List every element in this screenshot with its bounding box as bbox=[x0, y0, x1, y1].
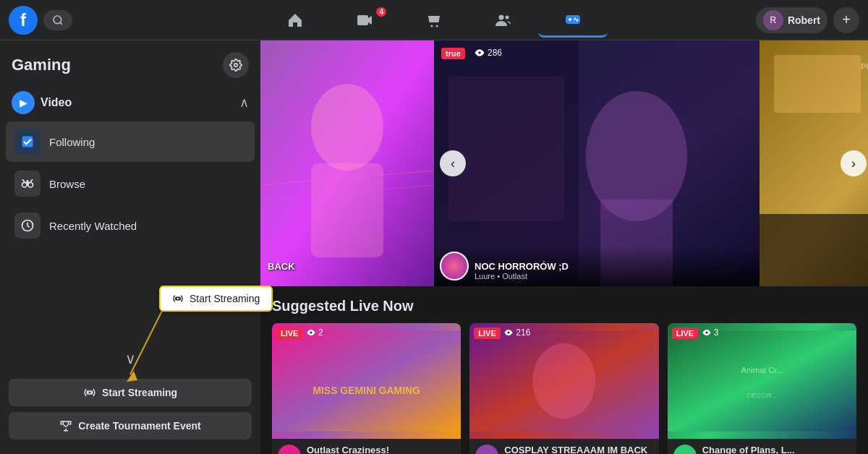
hero-thumb-left bbox=[260, 40, 434, 286]
gear-icon bbox=[229, 59, 242, 72]
create-tournament-button[interactable]: Create Tournament Event bbox=[9, 412, 252, 440]
svg-point-40 bbox=[532, 343, 595, 419]
nav-right: R Robert + bbox=[715, 7, 859, 33]
sidebar-item-following[interactable]: Following bbox=[6, 121, 255, 162]
plus-button[interactable]: + bbox=[833, 7, 859, 33]
clock-icon bbox=[20, 218, 35, 233]
sidebar-item-recently-watched[interactable]: Recently Watched bbox=[6, 205, 255, 246]
facebook-logo[interactable]: f bbox=[9, 6, 38, 35]
avatar: R bbox=[763, 10, 783, 30]
cards-row: MISS GEMINI GAMING LIVE 2 bbox=[272, 323, 856, 454]
card-3-avatar bbox=[673, 445, 697, 454]
section-header-left: ▶ Video bbox=[12, 91, 72, 114]
card-1-info: Outlast Craziness! Miss Gemini Gaming bbox=[272, 439, 461, 454]
card-1-avatar bbox=[278, 445, 301, 454]
home-icon bbox=[286, 12, 304, 29]
hero-item-left[interactable]: BACK bbox=[260, 40, 434, 286]
nav-groups-btn[interactable] bbox=[469, 3, 538, 38]
nav-marketplace-btn[interactable] bbox=[399, 3, 469, 38]
sidebar-item-browse[interactable]: Browse bbox=[6, 163, 255, 204]
prev-arrow: ‹ bbox=[451, 156, 455, 171]
nav-video-btn[interactable]: 4 bbox=[330, 3, 399, 38]
gear-button[interactable] bbox=[223, 52, 249, 78]
top-navigation: f 4 bbox=[0, 0, 868, 40]
video-badge: 4 bbox=[376, 7, 386, 17]
suggested-title: Suggested Live Now bbox=[272, 298, 856, 314]
carousel-prev-button[interactable]: ‹ bbox=[440, 150, 466, 176]
section-label: Video bbox=[41, 96, 72, 109]
card-2-live-badge: LIVE bbox=[474, 327, 500, 339]
gaming-icon bbox=[564, 10, 582, 27]
svg-rect-28 bbox=[448, 77, 564, 221]
svg-point-16 bbox=[28, 182, 33, 187]
card-3-text: Change of Plans, L... Animal Crossing bbox=[702, 445, 795, 454]
hero-left-text: BACK bbox=[268, 261, 295, 272]
card-3-title: Change of Plans, L... bbox=[702, 445, 795, 454]
marketplace-icon bbox=[425, 12, 443, 29]
hero-carousel: BACK bbox=[260, 40, 868, 286]
card-2-view-count-num: 216 bbox=[516, 327, 530, 338]
content-area: BACK bbox=[260, 40, 868, 454]
suggested-section: Suggested Live Now bbox=[260, 286, 868, 454]
svg-rect-42 bbox=[668, 330, 856, 431]
hero-stream-title: NOC HORRORÓW ;D bbox=[475, 261, 569, 272]
chevron-up-icon[interactable]: ∧ bbox=[239, 95, 249, 111]
svg-point-7 bbox=[506, 15, 509, 19]
nav-home-btn[interactable] bbox=[260, 3, 330, 38]
card-1-view-count-num: 2 bbox=[318, 327, 323, 338]
svg-text:POLICE DEPAR...: POLICE DEPAR... bbox=[861, 62, 868, 71]
card-1-live-badge: LIVE bbox=[276, 327, 302, 339]
nav-gaming-btn[interactable] bbox=[538, 3, 608, 38]
svg-marker-48 bbox=[127, 371, 137, 382]
check-square-icon bbox=[20, 134, 35, 149]
tooltip-label: Start Streaming bbox=[190, 293, 260, 304]
card-2-title: COSPLAY STREAAAM IM BACK bbox=[504, 445, 647, 454]
svg-point-11 bbox=[574, 18, 576, 20]
hero-item-center[interactable]: true 286 NOC HORRORÓW ;D Luure • Outl bbox=[434, 40, 760, 286]
create-tournament-label: Create Tournament Event bbox=[78, 420, 200, 432]
svg-text:DECOR...: DECOR... bbox=[746, 391, 778, 399]
suggested-card-2[interactable]: LIVE 216 COSPLAY STREAAAM IM BACK Sha bbox=[469, 323, 658, 454]
svg-point-6 bbox=[499, 14, 504, 20]
eye-icon-c1 bbox=[307, 328, 315, 337]
svg-point-18 bbox=[88, 391, 92, 395]
video-section-header: ▶ Video ∧ bbox=[6, 87, 255, 119]
card-thumb-2: LIVE 216 bbox=[469, 323, 658, 439]
binoculars-icon bbox=[20, 176, 35, 191]
svg-point-12 bbox=[576, 20, 579, 22]
nav-left: f bbox=[9, 6, 153, 35]
card-3-live-badge: LIVE bbox=[672, 327, 698, 339]
stream-icon bbox=[83, 386, 96, 399]
search-icon bbox=[52, 14, 64, 26]
suggested-card-3[interactable]: Animal Cr... DECOR... LIVE 3 bbox=[668, 323, 856, 454]
card-3-view-count-num: 3 bbox=[714, 327, 719, 338]
hero-game-name: Outlast bbox=[502, 272, 527, 280]
fb-letter: f bbox=[20, 10, 26, 30]
suggested-card-1[interactable]: MISS GEMINI GAMING LIVE 2 bbox=[272, 323, 461, 454]
svg-point-4 bbox=[431, 25, 433, 27]
svg-rect-36 bbox=[272, 330, 461, 431]
sidebar-header: Gaming bbox=[6, 49, 255, 87]
carousel-next-button[interactable]: › bbox=[841, 150, 867, 176]
search-box[interactable] bbox=[43, 10, 72, 30]
svg-line-1 bbox=[60, 22, 62, 25]
recently-watched-icon-container bbox=[14, 213, 41, 239]
card-2-info: COSPLAY STREAAAM IM BACK Shaya - Call of… bbox=[469, 439, 658, 454]
browse-icon-container bbox=[14, 171, 41, 197]
recently-watched-label: Recently Watched bbox=[49, 220, 137, 232]
trophy-icon bbox=[59, 419, 72, 432]
nav-center: 4 bbox=[153, 3, 715, 38]
svg-text:Animal Cr...: Animal Cr... bbox=[741, 366, 783, 374]
following-icon-container bbox=[14, 129, 41, 155]
play-circle: ▶ bbox=[12, 91, 35, 114]
groups-icon bbox=[495, 12, 512, 29]
card-1-text: Outlast Craziness! Miss Gemini Gaming bbox=[307, 445, 389, 454]
hero-stream-info: NOC HORRORÓW ;D Luure • Outlast bbox=[434, 246, 760, 286]
start-streaming-tooltip: Start Streaming bbox=[159, 286, 273, 312]
sidebar: Gaming ▶ Video ∧ Following bbox=[0, 40, 260, 454]
main-layout: Gaming ▶ Video ∧ Following bbox=[0, 40, 868, 454]
hero-streamer-avatar bbox=[440, 252, 469, 280]
user-pill[interactable]: R Robert bbox=[756, 7, 827, 33]
svg-rect-31 bbox=[774, 55, 861, 113]
svg-point-0 bbox=[54, 16, 61, 24]
